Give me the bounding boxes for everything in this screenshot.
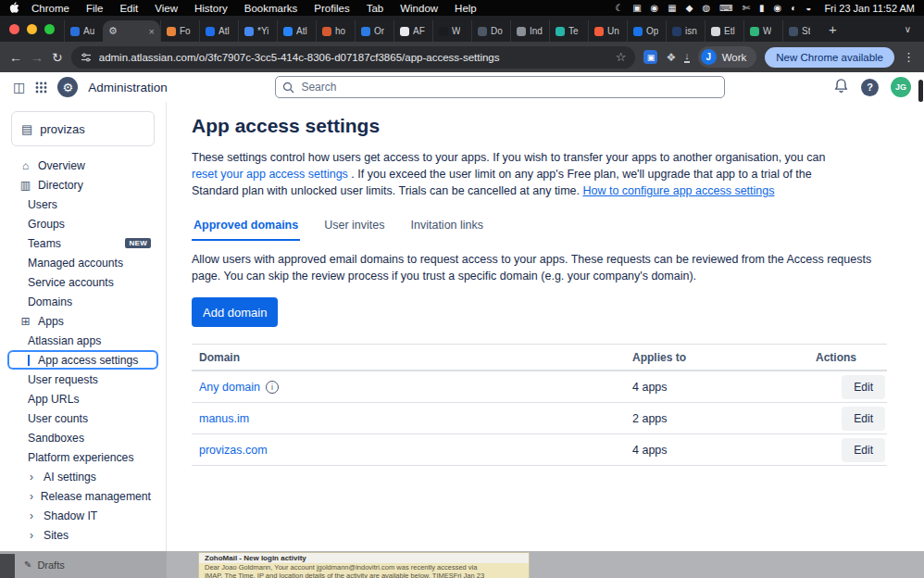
intro-segment[interactable]: reset your app access settings (192, 168, 348, 181)
sidebar-item[interactable]: Groups (7, 214, 158, 233)
tab-search-chevron-icon[interactable]: ∨ (905, 24, 917, 34)
browser-tab[interactable]: Or (355, 20, 393, 42)
status-icon[interactable]: ◉ (769, 3, 787, 13)
sidebar-item[interactable]: Service accounts (7, 272, 158, 292)
browser-tab[interactable]: Un (588, 20, 627, 42)
browser-menu-icon[interactable]: ⋮ (903, 50, 915, 64)
browser-tab[interactable]: W (432, 20, 471, 42)
browser-tab[interactable]: Atl (277, 20, 316, 42)
back-button[interactable]: ← (9, 50, 22, 65)
status-icon[interactable]: ◉ (646, 3, 664, 13)
status-icon[interactable]: ◒ (801, 3, 816, 13)
sidebar-item[interactable]: › Shadow IT (7, 506, 158, 525)
apple-logo-icon[interactable] (9, 2, 19, 14)
browser-tab[interactable]: *Yi (238, 20, 277, 42)
bookmark-star-icon[interactable]: ☆ (616, 50, 627, 64)
browser-tab[interactable]: Do (471, 20, 510, 42)
notifications-bell-icon[interactable] (833, 78, 849, 97)
intro-segment[interactable]: How to configure app access settings (582, 184, 774, 197)
menu-item[interactable]: Edit (111, 3, 146, 14)
content-tab[interactable]: User invites (322, 219, 386, 239)
sidebar-item[interactable]: User counts (7, 408, 158, 428)
sidebar-item[interactable]: ▥ Directory (7, 175, 158, 195)
sidebar-item[interactable]: App URLs (7, 389, 158, 408)
edit-button[interactable]: Edit (842, 438, 885, 462)
status-icon[interactable]: ▮ (755, 3, 769, 13)
browser-tab[interactable]: Fo (160, 20, 199, 42)
fullscreen-window-button[interactable] (44, 24, 55, 34)
browser-tab[interactable]: Ind (510, 20, 549, 42)
sidebar-item[interactable]: ⌂ Overview (7, 156, 158, 175)
browser-tab[interactable]: Etl (705, 20, 743, 42)
sidebar-item[interactable]: Users (7, 195, 158, 214)
menu-item[interactable]: Help (446, 3, 485, 14)
profile-chip[interactable]: J Work (698, 46, 757, 68)
status-icon[interactable]: ◐ (786, 3, 801, 13)
browser-tab[interactable]: ho (316, 20, 355, 42)
menu-item[interactable]: Profiles (306, 3, 357, 14)
background-mail-sidebar[interactable]: ✎ Drafts (0, 551, 167, 578)
menu-item[interactable]: Chrome (23, 3, 78, 14)
menu-item[interactable]: Tab (358, 3, 393, 14)
edit-button[interactable]: Edit (842, 375, 885, 399)
sidebar-toggle-icon[interactable]: ◫ (13, 80, 25, 94)
tab-close-icon[interactable]: × (149, 26, 155, 37)
sidebar-item[interactable]: Sandboxes (7, 428, 158, 447)
menu-clock[interactable]: Fri 23 Jan 11:52 AM (824, 3, 915, 14)
sidebar-item[interactable]: ⊞ Apps (7, 311, 158, 331)
reload-button[interactable]: ↻ (52, 50, 63, 65)
menu-item[interactable]: View (146, 3, 186, 14)
menu-item[interactable]: Window (392, 3, 446, 14)
browser-tab[interactable]: ⚙ × (103, 20, 160, 42)
status-icon[interactable]: ☾ (610, 3, 628, 13)
sidebar-item[interactable]: App access settings (7, 350, 158, 370)
content-tab[interactable]: Invitation links (409, 219, 486, 239)
site-info-icon[interactable] (81, 52, 92, 63)
new-tab-button[interactable]: + (829, 21, 837, 37)
minimize-window-button[interactable] (27, 24, 37, 34)
edit-button[interactable]: Edit (842, 407, 885, 431)
status-icon[interactable]: ▣ (628, 3, 645, 13)
domain-link[interactable]: provizas.com (199, 444, 268, 457)
status-icon[interactable]: ▦ (663, 3, 681, 13)
address-bar[interactable]: admin.atlassian.com/o/3fc7907c-3cc5-414c… (71, 46, 636, 69)
sidebar-item[interactable]: › Sites (7, 525, 158, 545)
browser-tab[interactable]: St (782, 20, 821, 42)
chrome-update-button[interactable]: New Chrome available (765, 47, 894, 68)
browser-tab[interactable]: Au (64, 20, 103, 42)
org-selector[interactable]: ▤ provizas (11, 111, 155, 146)
add-domain-button[interactable]: Add domain (192, 297, 278, 327)
domain-link[interactable]: manus.im (199, 412, 249, 425)
sidebar-item[interactable]: Teams NEW (7, 233, 158, 253)
browser-tab[interactable]: AF (393, 20, 432, 42)
forward-button[interactable]: → (31, 50, 44, 65)
status-icon[interactable]: ⌨ (715, 3, 737, 13)
browser-tab[interactable]: Op (627, 20, 666, 42)
user-avatar[interactable]: JG (891, 77, 911, 97)
status-icon[interactable]: ◆ (681, 3, 698, 13)
url-text[interactable]: admin.atlassian.com/o/3fc7907c-3cc5-414c… (99, 52, 500, 63)
info-icon[interactable]: i (266, 381, 279, 394)
sidebar-item[interactable]: › AI settings (7, 467, 158, 486)
menu-item[interactable]: File (78, 3, 112, 14)
menu-item[interactable]: History (186, 3, 236, 14)
menu-item[interactable]: Bookmarks (236, 3, 306, 14)
sidebar-item[interactable]: › Release management (7, 486, 158, 506)
sidebar-item[interactable]: User requests (7, 370, 158, 389)
content-tab[interactable]: Approved domains (192, 219, 300, 239)
domain-link[interactable]: Any domain (199, 381, 260, 394)
app-switcher-icon[interactable] (35, 82, 47, 94)
sidebar-item[interactable]: Atlassian apps (7, 331, 158, 350)
sidebar-item[interactable]: Domains (7, 292, 158, 311)
help-icon[interactable]: ? (861, 79, 879, 96)
browser-tab[interactable]: Atl (199, 20, 238, 42)
search-input[interactable] (275, 76, 725, 98)
background-email-window[interactable]: ZohoMail - New login activity Dear Joao … (199, 553, 529, 578)
status-icon[interactable]: ✄ (738, 3, 755, 13)
downloads-icon[interactable]: ↓ (684, 51, 690, 63)
sidebar-item[interactable]: Managed accounts (7, 253, 158, 272)
sidebar-item[interactable]: Platform experiences (7, 447, 158, 467)
close-window-button[interactable] (9, 24, 19, 34)
scrollbar[interactable] (918, 80, 923, 102)
extension-icon[interactable]: ▣ (643, 50, 657, 64)
